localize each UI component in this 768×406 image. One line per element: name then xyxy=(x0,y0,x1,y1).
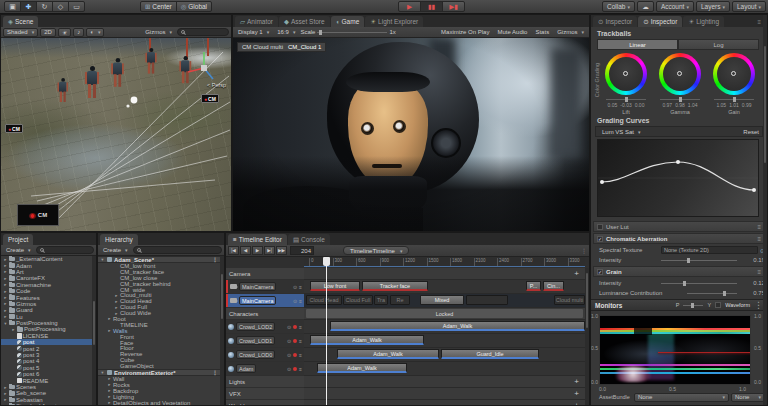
chromatic-intensity-slider[interactable] xyxy=(661,260,737,261)
chromatic-aberration-header[interactable]: ✓ Chromatic Aberration ≡ xyxy=(593,233,765,244)
track-name[interactable]: MainCamera xyxy=(239,296,276,305)
curve-channel-dropdown[interactable]: Lum VS Sat▾ xyxy=(599,127,644,136)
fold-arrow-icon[interactable]: ▸ xyxy=(107,376,112,381)
track-bind-icon[interactable]: ⊙ xyxy=(287,324,291,330)
tab-console[interactable]: ▤Console xyxy=(288,234,330,245)
hierarchy-search-input[interactable] xyxy=(133,246,222,254)
timeline-track-lane[interactable]: Cloud HeadCloud FullTraReMixedCloud mult… xyxy=(304,294,585,307)
fold-arrow-icon[interactable]: ▾ xyxy=(100,257,105,262)
pivot-global-button[interactable]: ◎ Global xyxy=(176,1,212,12)
stats-toggle[interactable]: Stats xyxy=(532,28,552,37)
step-button[interactable]: ▶▮ xyxy=(442,1,465,12)
timeline-track-header[interactable]: MainCamera⊙≡ xyxy=(226,294,304,307)
project-create-dropdown[interactable]: Create▾ xyxy=(3,246,34,255)
track-bind-icon[interactable]: ⊙ xyxy=(293,284,297,290)
trackball-offset-slider[interactable] xyxy=(660,99,700,100)
hierarchy-item[interactable]: ▸DetailObjects and Vegetation xyxy=(98,400,220,405)
user-lut-checkbox[interactable] xyxy=(597,224,603,230)
scene-menu-icon[interactable]: ⋮ xyxy=(212,369,218,376)
project-item[interactable]: ▸Standard Assets xyxy=(1,403,92,405)
fold-arrow-icon[interactable]: ▸ xyxy=(114,293,119,298)
timeline-group-header[interactable]: World xyxy=(226,400,304,405)
fold-arrow-icon[interactable]: ▸ xyxy=(107,328,112,333)
project-search-input[interactable] xyxy=(36,246,94,254)
slider-handle[interactable] xyxy=(625,97,628,102)
timeline-clip[interactable]: Cloud Full xyxy=(343,295,373,305)
timeline-group-header[interactable]: Lights xyxy=(226,376,304,387)
monitor-mode-dropdown[interactable]: Waveform xyxy=(725,302,750,308)
grading-curve-editor[interactable] xyxy=(597,139,759,217)
game-viewport[interactable]: CM Cloud multiCM_Cloud 1 xyxy=(233,38,589,231)
timeline-clip[interactable]: Cloud multi xyxy=(554,295,585,305)
timeline-clip[interactable]: Re xyxy=(390,295,410,305)
track-name[interactable]: Crowd_LOD0 xyxy=(236,350,275,359)
tab-game[interactable]: ◖Game xyxy=(331,16,365,27)
trackball-wheel[interactable] xyxy=(659,53,701,95)
scene-viewport[interactable]: < Persp ●CM ●CM ◉CM xyxy=(1,38,231,231)
track-bind-icon[interactable]: ⊙ xyxy=(287,338,291,344)
grain-header[interactable]: ✓ Grain ≡ xyxy=(593,266,765,277)
tab-timeline-editor[interactable]: ≡Timeline Editor xyxy=(228,234,287,245)
previous-frame-button[interactable]: ◀ xyxy=(240,246,251,255)
trackball-handle[interactable] xyxy=(677,71,682,76)
user-lut-header[interactable]: User Lut ≡ xyxy=(593,221,765,232)
timeline-group-lane[interactable]: + xyxy=(304,376,585,387)
timeline-track-header[interactable]: Crowd_LOD2⊙≡ xyxy=(226,320,304,333)
scene-lighting-icon[interactable]: ☀ xyxy=(58,28,71,37)
tab-inspector-2[interactable]: ⊙Inspector xyxy=(638,16,682,27)
timeline-track-lane[interactable]: Adam_Walk xyxy=(304,320,585,333)
scene-menu-icon[interactable]: ⋮ xyxy=(212,256,218,263)
add-clip-button[interactable]: + xyxy=(574,271,579,277)
fold-arrow-icon[interactable]: ▾ xyxy=(3,321,8,326)
fold-arrow-icon[interactable]: ▸ xyxy=(3,257,8,262)
timeline-clip[interactable]: Adam_Walk xyxy=(317,363,407,373)
rotate-tool-icon[interactable]: ↻ xyxy=(36,1,53,12)
fold-arrow-icon[interactable]: ▸ xyxy=(3,385,8,390)
timeline-clip[interactable]: Tracker face xyxy=(362,281,428,291)
go-to-start-button[interactable]: |◀ xyxy=(228,246,239,255)
timeline-group-header[interactable]: VFX xyxy=(226,388,304,399)
scale-tool-icon[interactable]: ◇ xyxy=(52,1,69,12)
record-dot-icon[interactable] xyxy=(293,353,297,357)
timeline-track-lane[interactable]: Adam_WalkGuard_Idle xyxy=(304,348,585,361)
vcam-preview[interactable]: ◉CM xyxy=(17,204,59,226)
trackball-value[interactable]: -0.03 xyxy=(620,102,631,108)
timeline-track-lane[interactable]: Adam_Walk xyxy=(304,362,585,375)
cloud-icon[interactable]: ☁ xyxy=(637,1,654,12)
hierarchy-scene-header[interactable]: ▾EnvironmentExterior*⋮ xyxy=(98,369,220,376)
maximize-on-play-toggle[interactable]: Maximize On Play xyxy=(438,28,492,37)
play-button[interactable]: ▶ xyxy=(398,1,421,12)
timeline-clip[interactable]: P... xyxy=(526,281,541,291)
tab-scene[interactable]: ◈Scene xyxy=(3,16,38,27)
timeline-track-lane[interactable]: Adam_Walk xyxy=(304,334,585,347)
trackball-value[interactable]: 0.97 xyxy=(662,102,672,108)
monitor-exposure-slider[interactable] xyxy=(683,305,703,306)
timeline-group-lane[interactable]: + xyxy=(304,268,585,279)
timeline-track-lane[interactable]: Low frontTracker faceP...Cin... xyxy=(304,280,585,293)
record-dot-icon[interactable] xyxy=(293,367,297,371)
mute-audio-toggle[interactable]: Mute Audio xyxy=(494,28,530,37)
trackball-wheel[interactable] xyxy=(713,53,755,95)
timeline-group-header[interactable]: Camera xyxy=(226,268,304,279)
track-menu-icon[interactable]: ≡ xyxy=(299,284,302,290)
add-clip-button[interactable]: + xyxy=(574,379,579,385)
trackball-handle[interactable] xyxy=(623,71,628,76)
track-menu-icon[interactable]: ≡ xyxy=(299,366,302,372)
2d-toggle[interactable]: 2D xyxy=(40,28,56,37)
fold-arrow-icon[interactable]: ▸ xyxy=(3,397,8,402)
track-menu-icon[interactable]: ≡ xyxy=(299,324,302,330)
cinemachine-badge[interactable]: ●CM xyxy=(5,124,23,133)
track-name[interactable]: Crowd_LOD1 xyxy=(236,336,275,345)
fold-arrow-icon[interactable]: ▸ xyxy=(3,295,8,300)
timeline-track-header[interactable]: MainCamera⊙≡ xyxy=(226,280,304,293)
tab-project[interactable]: Project xyxy=(3,234,33,245)
hierarchy-scrollbar[interactable] xyxy=(220,256,224,405)
timeline-playhead[interactable] xyxy=(326,257,327,405)
fold-arrow-icon[interactable]: ▸ xyxy=(114,311,119,316)
timeline-track-header[interactable]: Adam⊙≡ xyxy=(226,362,304,375)
curve-reset-button[interactable]: Reset xyxy=(743,129,759,135)
timeline-track-header[interactable]: Crowd_LOD1⊙≡ xyxy=(226,334,304,347)
hierarchy-create-dropdown[interactable]: Create▾ xyxy=(100,246,131,255)
timeline-track-header[interactable]: Crowd_LOD0⊙≡ xyxy=(226,348,304,361)
timeline-clip[interactable] xyxy=(466,295,508,305)
